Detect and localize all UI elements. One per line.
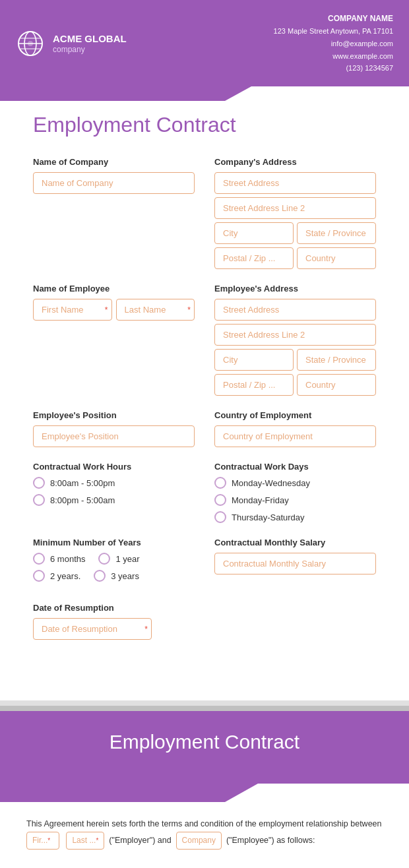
name-of-employee-label: Name of Employee	[33, 284, 195, 294]
employee-position-label: Employee's Position	[33, 410, 195, 420]
company-name: COMPANY NAME	[274, 12, 393, 25]
monthly-salary-input[interactable]	[214, 553, 376, 574]
work-days-option-1-label: Monday-Wednesday	[232, 478, 310, 488]
employee-city-state-row	[214, 349, 376, 371]
min-years-option-4[interactable]: 3 years	[94, 570, 139, 582]
company-address-label: Company's Address	[214, 157, 376, 167]
min-years-option-2-label: 1 year	[115, 554, 139, 564]
monthly-salary-label: Contractual Monthly Salary	[214, 538, 376, 547]
min-years-option-1[interactable]: 6 months	[33, 553, 85, 565]
employee-position-input[interactable]	[33, 425, 195, 447]
company-address-section: Company's Address	[214, 157, 376, 269]
page1-content: Employment Contract Name of Company Comp…	[0, 86, 409, 674]
company-postal-country-row	[214, 247, 376, 269]
work-days-label: Contractual Work Days	[214, 462, 376, 472]
company-country-input[interactable]	[297, 247, 376, 269]
radio-circle	[214, 494, 226, 506]
radio-circle	[33, 477, 45, 489]
employee-street2-input[interactable]	[214, 324, 376, 346]
min-years-option-3[interactable]: 2 years.	[33, 570, 80, 582]
monthly-salary-section: Contractual Monthly Salary	[214, 538, 376, 582]
radio-circle	[214, 477, 226, 489]
min-years-row-1: 6 months 1 year	[33, 553, 195, 565]
employee-address-label: Employee's Address	[214, 284, 376, 294]
globe-icon	[16, 29, 45, 58]
page-header: ACME GLOBAL company COMPANY NAME 123 Map…	[0, 0, 409, 86]
employee-postal-country-row	[214, 374, 376, 396]
company-city-input[interactable]	[214, 222, 294, 244]
employee-position-section: Employee's Position	[33, 410, 195, 447]
employee-name-row: * *	[33, 299, 195, 321]
radio-circle	[94, 570, 106, 582]
agreement-paragraph: This Agreement herein sets forth the ter…	[26, 817, 383, 850]
work-hours-section: Contractual Work Hours 8:00am - 5:00pm 8…	[33, 462, 195, 523]
company-contact-info: COMPANY NAME 123 Maple Street Anytown, P…	[274, 12, 393, 75]
company-city-state-row	[214, 222, 376, 244]
min-years-option-2[interactable]: 1 year	[98, 553, 139, 565]
employee-state-input[interactable]	[297, 349, 376, 371]
work-hours-option-2-label: 8:00pm - 5:00am	[50, 495, 115, 505]
work-hours-option-2[interactable]: 8:00pm - 5:00am	[33, 494, 195, 506]
p2-first-name-input[interactable]: Fir...*	[26, 832, 59, 850]
page-divider	[0, 706, 409, 711]
date-resumption-input[interactable]	[33, 618, 152, 640]
employee-street-input[interactable]	[214, 299, 376, 321]
p2-last-name-input[interactable]: Last ...*	[66, 832, 104, 850]
last-name-required: *	[187, 305, 191, 315]
min-years-label: Minimum Number of Years	[33, 538, 195, 547]
min-years-option-4-label: 3 years	[111, 571, 139, 581]
employee-first-name-input[interactable]	[33, 299, 112, 321]
page-title: Employment Contract	[33, 113, 376, 137]
work-days-option-2[interactable]: Monday-Friday	[214, 494, 376, 506]
radio-circle	[214, 511, 226, 523]
form-grid: Name of Company Company's Address	[33, 157, 376, 596]
work-hours-option-1[interactable]: 8:00am - 5:00pm	[33, 477, 195, 489]
employee-city-input[interactable]	[214, 349, 294, 371]
svg-point-5	[28, 41, 33, 46]
company-address-grid	[214, 172, 376, 269]
page-2: Employment Contract This Agreement herei…	[0, 711, 409, 868]
agreement-text-start: This Agreement herein sets forth the ter…	[26, 819, 382, 828]
logo-text: ACME GLOBAL company	[53, 33, 127, 54]
work-hours-label: Contractual Work Hours	[33, 462, 195, 472]
min-years-option-1-label: 6 months	[50, 554, 85, 564]
company-brand: ACME GLOBAL	[53, 33, 127, 45]
logo-area: ACME GLOBAL company	[16, 29, 127, 58]
page2-header: Employment Contract	[0, 711, 409, 784]
date-resumption-required: *	[144, 625, 148, 634]
employee-last-name-input[interactable]	[116, 299, 195, 321]
p2-company-input[interactable]: Company	[176, 832, 222, 850]
name-of-company-section: Name of Company	[33, 157, 195, 269]
company-postal-input[interactable]	[214, 247, 294, 269]
min-years-row-2: 2 years. 3 years	[33, 570, 195, 582]
date-resumption-label: Date of Resumption	[33, 603, 376, 613]
company-sub: company	[53, 45, 127, 54]
company-website: www.example.com	[274, 50, 393, 63]
work-days-option-1[interactable]: Monday-Wednesday	[214, 477, 376, 489]
min-years-section: Minimum Number of Years 6 months 1 year	[33, 538, 195, 582]
company-phone: (123) 1234567	[274, 62, 393, 75]
work-days-radio-group: Monday-Wednesday Monday-Friday Thursday-…	[214, 477, 376, 523]
name-of-employee-section: Name of Employee * *	[33, 284, 195, 396]
min-years-option-3-label: 2 years.	[50, 571, 80, 581]
employee-postal-input[interactable]	[214, 374, 294, 396]
company-address: 123 Maple Street Anytown, PA 17101	[274, 25, 393, 38]
employee-country-input[interactable]	[297, 374, 376, 396]
work-days-option-3[interactable]: Thursday-Saturday	[214, 511, 376, 523]
company-email: info@example.com	[274, 38, 393, 50]
work-hours-option-1-label: 8:00am - 5:00pm	[50, 478, 115, 488]
country-of-employment-label: Country of Employment	[214, 410, 376, 420]
company-street2-input[interactable]	[214, 197, 376, 219]
page2-title: Employment Contract	[13, 731, 396, 753]
radio-circle	[33, 494, 45, 506]
radio-circle	[33, 570, 45, 582]
country-of-employment-input[interactable]	[214, 425, 376, 447]
company-street-input[interactable]	[214, 172, 376, 194]
work-days-option-3-label: Thursday-Saturday	[232, 512, 305, 522]
first-name-required: *	[105, 305, 108, 315]
radio-circle	[33, 553, 45, 565]
min-years-radio-group: 6 months 1 year 2 years.	[33, 553, 195, 582]
name-of-company-input[interactable]	[33, 172, 195, 194]
country-of-employment-section: Country of Employment	[214, 410, 376, 447]
company-state-input[interactable]	[297, 222, 376, 244]
